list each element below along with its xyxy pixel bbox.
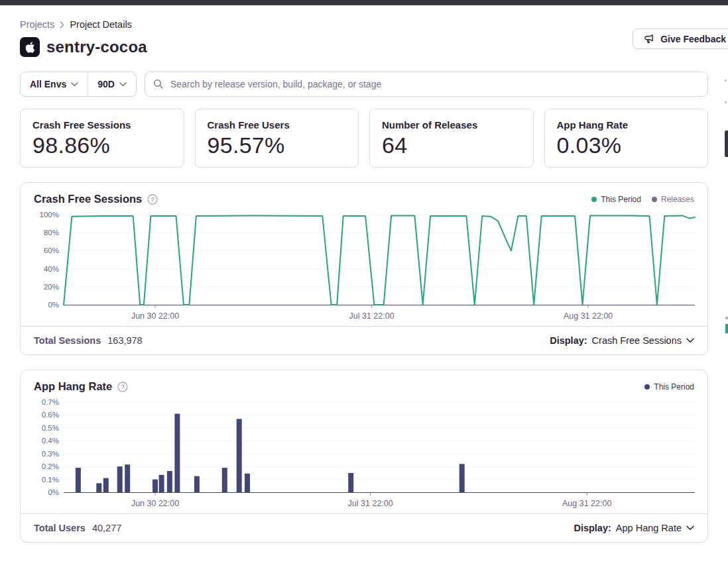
y-tick-label: 40% [44, 265, 59, 273]
bar [159, 475, 164, 492]
clipped-content-sliver [725, 101, 727, 103]
chart-title: Crash Free Sessions [34, 193, 142, 205]
display-value: Crash Free Sessions [592, 335, 682, 346]
chevron-down-icon [119, 82, 127, 87]
megaphone-icon [644, 34, 655, 44]
bar [76, 468, 81, 492]
bar [237, 419, 242, 492]
legend-dot [652, 197, 657, 202]
release-search [145, 72, 708, 97]
chevron-right-icon [60, 21, 64, 28]
help-circle-icon[interactable]: ? [147, 194, 158, 205]
legend-item-this-period[interactable]: This Period [644, 382, 694, 392]
give-feedback-label: Give Feedback [660, 34, 726, 44]
bar [103, 478, 109, 492]
bar [222, 468, 227, 492]
app-hang-rate-chart: 0.7%0.6%0.5%0.4%0.3%0.2%0.1%0%Jun 30 22:… [34, 397, 698, 511]
y-tick-label: 100% [40, 211, 59, 219]
crash-free-sessions-panel: Crash Free Sessions ? This Period Releas… [20, 182, 708, 355]
y-tick-label: 0.3% [42, 450, 59, 458]
total-users: Total Users 40,277 [34, 523, 121, 533]
svg-text:?: ? [121, 384, 125, 390]
bar [96, 483, 101, 492]
bar [245, 474, 250, 492]
crash-free-sessions-chart: 100%80%60%40%20%0%Jun 30 22:00Jul 31 22:… [34, 209, 698, 323]
breadcrumb: Projects Project Details [20, 19, 708, 30]
bar [174, 414, 180, 493]
legend-item-releases[interactable]: Releases [652, 195, 694, 204]
stat-label: Crash Free Sessions [32, 119, 172, 131]
x-tick-label: Aug 31 22:00 [564, 311, 613, 321]
series-line [64, 215, 695, 305]
chart-legend: This Period Releases [591, 195, 694, 204]
search-icon [153, 79, 164, 92]
svg-text:?: ? [151, 196, 154, 203]
stat-value: 64 [382, 132, 521, 158]
y-tick-label: 0.4% [42, 437, 59, 445]
legend-dot [644, 384, 650, 390]
legend-item-this-period[interactable]: This Period [591, 195, 641, 204]
project-details-page: Projects Project Details Give Feedback s… [0, 19, 728, 543]
stat-card-number-of-releases: Number of Releases 64 [369, 109, 534, 168]
stat-label: App Hang Rate [557, 119, 696, 131]
chart-title: App Hang Rate [34, 380, 112, 393]
bar [194, 476, 200, 492]
total-label: Total Sessions [34, 335, 101, 346]
y-tick-label: 0% [48, 488, 59, 496]
stat-card-app-hang-rate: App Hang Rate 0.03% [544, 109, 709, 168]
y-tick-label: 20% [44, 283, 59, 291]
x-tick-label: Jul 31 22:00 [349, 311, 394, 321]
display-label: Display: [550, 335, 587, 346]
y-tick-label: 60% [44, 246, 59, 254]
y-tick-label: 0.2% [42, 462, 59, 470]
panel-header: App Hang Rate ? This Period [21, 370, 707, 394]
stat-value: 95.57% [208, 132, 347, 158]
page-title: sentry-cocoa [46, 38, 147, 56]
x-tick-label: Jun 30 22:00 [131, 311, 179, 321]
stat-label: Crash Free Users [208, 119, 347, 131]
help-circle-icon[interactable]: ? [117, 382, 128, 392]
bar [348, 473, 353, 492]
y-tick-label: 0.7% [42, 398, 59, 406]
panel-footer: Total Sessions 163,978 Display: Crash Fr… [21, 326, 707, 354]
give-feedback-button[interactable]: Give Feedback [633, 28, 728, 49]
total-sessions: Total Sessions 163,978 [34, 335, 143, 346]
breadcrumb-projects-link[interactable]: Projects [20, 19, 54, 30]
total-label: Total Users [34, 523, 86, 533]
bar [117, 466, 123, 492]
legend-label: This Period [601, 195, 641, 204]
stat-value: 0.03% [557, 132, 696, 158]
total-value: 40,277 [92, 523, 121, 533]
chevron-down-icon [686, 338, 694, 343]
project-header: sentry-cocoa [20, 37, 708, 57]
clipped-content-sliver [725, 80, 727, 81]
chart-body: 100%80%60%40%20%0%Jun 30 22:00Jul 31 22:… [21, 207, 707, 326]
clipped-content-sliver [725, 131, 728, 157]
y-tick-label: 80% [44, 229, 59, 237]
apple-platform-icon [20, 37, 40, 57]
y-tick-label: 0.6% [42, 411, 59, 419]
legend-label: This Period [654, 382, 694, 392]
environment-selector-label: All Envs [30, 79, 66, 89]
stat-value: 98.86% [32, 132, 172, 158]
date-range-selector[interactable]: 90D [88, 72, 136, 96]
y-tick-label: 0% [48, 301, 59, 309]
environment-selector[interactable]: All Envs [21, 72, 88, 96]
bar [152, 480, 158, 492]
bar [167, 471, 172, 492]
display-selector[interactable]: Display: App Hang Rate [574, 523, 694, 533]
filter-bar: All Envs 90D [20, 72, 708, 97]
display-label: Display: [574, 523, 611, 533]
date-range-selector-label: 90D [97, 79, 115, 89]
chevron-down-icon [686, 525, 694, 531]
bar [459, 464, 465, 492]
stat-card-crash-free-sessions: Crash Free Sessions 98.86% [20, 109, 184, 168]
display-value: App Hang Rate [616, 523, 682, 533]
x-tick-label: Jul 31 22:00 [348, 499, 393, 508]
breadcrumb-current: Project Details [70, 19, 131, 30]
top-accent-bar [0, 0, 728, 5]
search-input[interactable] [145, 72, 708, 97]
chart-legend: This Period [644, 382, 694, 392]
y-tick-label: 0.5% [42, 424, 59, 432]
display-selector[interactable]: Display: Crash Free Sessions [550, 335, 694, 346]
